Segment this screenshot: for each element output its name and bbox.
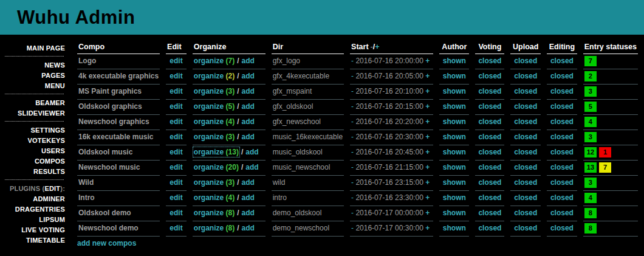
start-minus-link[interactable]: - [351,57,354,65]
voting-toggle[interactable]: closed [478,102,501,111]
start-minus-link[interactable]: - [351,178,354,187]
editing-toggle[interactable]: closed [550,102,574,111]
sidebar-item-compos[interactable]: COMPOS [0,156,71,166]
add-link[interactable]: add [242,117,255,126]
start-minus-link[interactable]: - [351,117,354,126]
start-plus-link[interactable]: + [425,117,430,126]
start-expand-all-link[interactable]: + [375,43,379,51]
start-minus-link[interactable]: - [351,102,354,111]
author-toggle[interactable]: shown [443,87,466,95]
organize-link[interactable]: organize (3) [194,133,235,141]
start-plus-link[interactable]: + [425,193,430,202]
organize-link[interactable]: organize (7) [194,57,235,65]
start-plus-link[interactable]: + [425,102,430,111]
sidebar-item-settings[interactable]: SETTINGS [0,125,71,135]
start-minus-link[interactable]: - [351,224,354,232]
organize-link[interactable]: organize (8) [194,209,235,217]
start-minus-link[interactable]: - [351,148,354,156]
start-plus-link[interactable]: + [425,209,430,217]
add-link[interactable]: add [242,193,255,202]
author-toggle[interactable]: shown [443,102,466,111]
author-toggle[interactable]: shown [443,224,466,232]
author-toggle[interactable]: shown [443,209,466,217]
edit-link[interactable]: edit [170,117,182,126]
organize-link[interactable]: organize (3) [194,87,235,95]
edit-link[interactable]: edit [170,163,182,171]
organize-link[interactable]: organize (2) [194,72,235,80]
editing-toggle[interactable]: closed [550,133,574,141]
sidebar-item-live-voting[interactable]: LIVE VOTING [0,224,71,235]
organize-link[interactable]: organize (20) [194,163,239,171]
upload-toggle[interactable]: closed [514,178,537,187]
editing-toggle[interactable]: closed [550,117,574,126]
organize-link[interactable]: organize (3) [194,178,235,187]
voting-toggle[interactable]: closed [478,178,501,187]
voting-toggle[interactable]: closed [478,209,501,217]
voting-toggle[interactable]: closed [478,117,501,126]
sidebar-item-timetable[interactable]: TIMETABLE [0,235,71,245]
upload-toggle[interactable]: closed [514,57,537,65]
add-link[interactable]: add [242,224,255,232]
start-plus-link[interactable]: + [425,133,430,141]
sidebar-item-main-page[interactable]: MAIN PAGE [0,43,71,53]
edit-link[interactable]: edit [170,133,182,141]
voting-toggle[interactable]: closed [478,87,501,95]
start-plus-link[interactable]: + [425,148,430,156]
edit-link[interactable]: edit [170,193,182,202]
start-minus-link[interactable]: - [351,163,354,171]
add-link[interactable]: add [242,133,255,141]
add-link[interactable]: add [242,209,255,217]
start-plus-link[interactable]: + [425,224,430,232]
editing-toggle[interactable]: closed [550,163,574,171]
organize-link[interactable]: organize (5) [194,102,235,111]
editing-toggle[interactable]: closed [550,72,574,80]
sidebar-item-pages[interactable]: PAGES [0,70,71,80]
add-link[interactable]: add [245,163,258,171]
author-toggle[interactable]: shown [443,133,466,141]
voting-toggle[interactable]: closed [478,163,501,171]
voting-toggle[interactable]: closed [478,133,501,141]
edit-link[interactable]: edit [170,209,182,217]
upload-toggle[interactable]: closed [514,209,537,217]
editing-toggle[interactable]: closed [550,57,574,65]
organize-link[interactable]: organize (4) [194,193,235,202]
upload-toggle[interactable]: closed [514,133,537,141]
voting-toggle[interactable]: closed [478,57,501,65]
voting-toggle[interactable]: closed [478,148,501,156]
edit-link[interactable]: edit [170,72,182,80]
add-link[interactable]: add [245,148,258,156]
upload-toggle[interactable]: closed [514,72,537,80]
edit-link[interactable]: edit [170,178,182,187]
editing-toggle[interactable]: closed [550,224,574,232]
edit-link[interactable]: edit [170,102,182,111]
start-minus-link[interactable]: - [351,87,354,95]
upload-toggle[interactable]: closed [514,193,537,202]
voting-toggle[interactable]: closed [478,224,501,232]
author-toggle[interactable]: shown [443,178,466,187]
start-plus-link[interactable]: + [425,163,430,171]
editing-toggle[interactable]: closed [550,87,574,95]
editing-toggle[interactable]: closed [550,209,574,217]
edit-link[interactable]: edit [170,57,182,65]
start-minus-link[interactable]: - [351,209,354,217]
upload-toggle[interactable]: closed [514,117,537,126]
start-minus-link[interactable]: - [351,193,354,202]
add-link[interactable]: add [242,57,255,65]
author-toggle[interactable]: shown [443,163,466,171]
author-toggle[interactable]: shown [443,72,466,80]
author-toggle[interactable]: shown [443,193,466,202]
edit-link[interactable]: edit [170,148,182,156]
organize-link[interactable]: organize (13) [194,148,239,156]
add-link[interactable]: add [242,87,255,95]
plugins-edit-link[interactable]: EDIT [44,185,60,192]
upload-toggle[interactable]: closed [514,87,537,95]
add-link[interactable]: add [242,72,255,80]
add-link[interactable]: add [242,102,255,111]
sidebar-item-lipsum[interactable]: LIPSUM [0,214,71,224]
start-plus-link[interactable]: + [425,72,430,80]
author-toggle[interactable]: shown [443,117,466,126]
upload-toggle[interactable]: closed [514,163,537,171]
sidebar-item-news[interactable]: NEWS [0,60,71,70]
start-plus-link[interactable]: + [425,178,430,187]
editing-toggle[interactable]: closed [550,178,574,187]
